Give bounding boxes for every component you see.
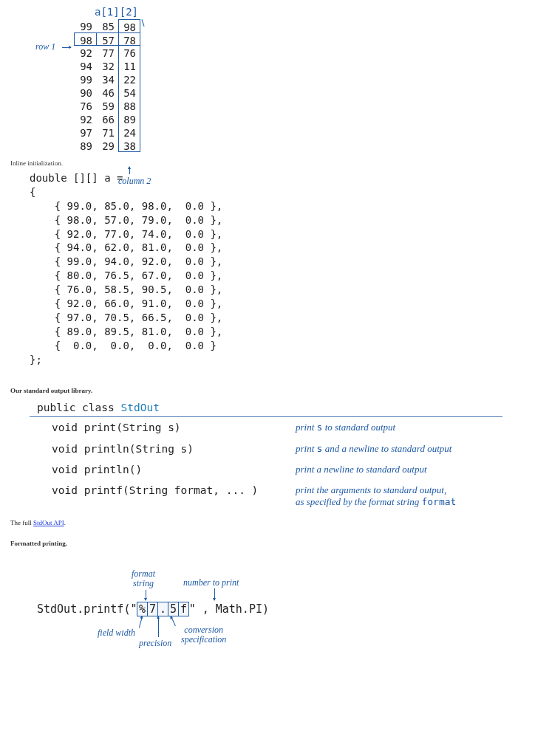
- api-method-desc: print s to standard output: [296, 422, 502, 433]
- array-cell: 94: [74, 59, 96, 72]
- array-cell: 97: [74, 126, 96, 139]
- api-method-signature: void println(String s): [52, 443, 296, 455]
- ann-format-string: format string: [132, 569, 155, 588]
- api-method-desc: print s and a newline to standard output: [296, 443, 502, 455]
- array-cell: 76: [118, 46, 140, 59]
- fmt-prec: 5: [168, 602, 179, 616]
- printf-diagram: format string number to print StdOut.pri…: [37, 569, 535, 665]
- ann-number-to-print: number to print: [183, 578, 239, 588]
- api-class-head: public class StdOut: [30, 400, 502, 417]
- array-cell: 29: [96, 139, 118, 152]
- array-cell: 57: [96, 32, 118, 46]
- section-stdout-lib: Our standard output library.: [10, 387, 535, 394]
- array-cell: 59: [96, 99, 118, 112]
- fmt-pct: %: [137, 602, 148, 616]
- full-api-link-line: The full StdOut API.: [10, 519, 535, 526]
- array-cell: 89: [118, 112, 140, 126]
- api-row: void print(String s)print s to standard …: [30, 417, 502, 438]
- column-annotation: column 2: [118, 176, 151, 187]
- array-grid: 9985989857789277769432119934229046547659…: [74, 19, 200, 152]
- api-method-signature: void printf(String format, ... ): [52, 484, 296, 509]
- array-cell: 99: [74, 72, 96, 86]
- array-cell: 66: [96, 112, 118, 126]
- array-cell: 38: [118, 139, 140, 152]
- api-row: void println(String s)print s and a newl…: [30, 439, 502, 459]
- array-cell: 85: [96, 19, 118, 32]
- array-cell: 78: [118, 32, 140, 46]
- stdout-api-link[interactable]: StdOut API: [33, 519, 64, 526]
- array-cell: 22: [118, 72, 140, 86]
- api-method-desc: print a newline to standard output: [296, 464, 502, 475]
- array-cell: 34: [96, 72, 118, 86]
- array-index-diagram: a[1][2] 99859898577892777694321199342290…: [37, 6, 200, 152]
- api-method-desc: print the arguments to standard output, …: [296, 484, 502, 509]
- array-cell: 11: [118, 59, 140, 72]
- array-cell: 98: [74, 32, 96, 46]
- array-cell: 98: [118, 19, 140, 32]
- array-cell: 90: [74, 86, 96, 99]
- array-cell: 24: [118, 126, 140, 139]
- array-cell: 89: [74, 139, 96, 152]
- api-method-signature: void println(): [52, 464, 296, 475]
- ann-field-width: field width: [98, 628, 135, 638]
- array-cell: 92: [74, 46, 96, 59]
- stdout-api-table: public class StdOut void print(String s)…: [30, 400, 502, 512]
- array-cell: 76: [74, 99, 96, 112]
- array-cell: 46: [96, 86, 118, 99]
- section-formatted-printing: Formatted printing.: [10, 540, 535, 547]
- api-row: void println()print a newline to standar…: [30, 459, 502, 480]
- row-annotation: row 1: [35, 41, 55, 52]
- array-cell: 88: [118, 99, 140, 112]
- code-inline-init: double [][] a = { { 99.0, 85.0, 98.0, 0.…: [30, 171, 535, 366]
- fmt-dot: .: [157, 602, 168, 616]
- array-cell: 92: [74, 112, 96, 126]
- api-row: void printf(String format, ... )print th…: [30, 480, 502, 513]
- array-cell: 99: [74, 19, 96, 32]
- ann-precision: precision: [139, 639, 171, 648]
- array-cell: 77: [96, 46, 118, 59]
- section-inline-init: Inline initialization.: [10, 159, 535, 167]
- array-cell: 32: [96, 59, 118, 72]
- array-cell: 71: [96, 126, 118, 139]
- array-cell: 54: [118, 86, 140, 99]
- fmt-width: 7: [147, 602, 158, 616]
- fmt-conv: f: [178, 602, 189, 616]
- printf-code: StdOut.printf("%7.5f" , Math.PI): [37, 602, 269, 616]
- api-method-signature: void print(String s): [52, 422, 296, 433]
- array-index-label: a[1][2]: [95, 6, 200, 18]
- ann-conversion-spec: conversion specification: [181, 625, 226, 645]
